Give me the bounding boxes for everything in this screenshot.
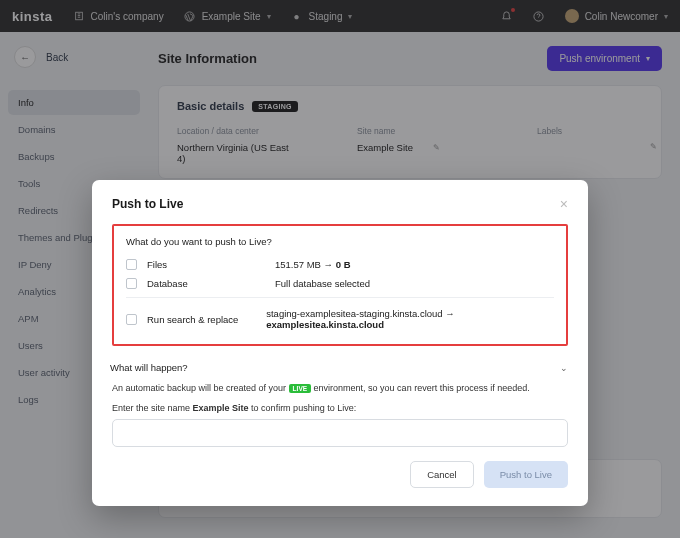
chevron-down-icon: ⌄ [560, 363, 568, 373]
option-sr-value: staging-examplesitea-staging.kinsta.clou… [266, 308, 554, 330]
confirm-instruction: Enter the site name Example Site to conf… [112, 403, 568, 413]
option-sr-label: Run search & replace [147, 314, 266, 325]
option-database-label: Database [147, 278, 275, 289]
close-icon[interactable]: × [560, 196, 568, 212]
modal-question: What do you want to push to Live? [126, 236, 554, 247]
highlight-box: What do you want to push to Live? Files … [112, 224, 568, 346]
checkbox-database[interactable] [126, 278, 137, 289]
option-database-row: Database Full database selected [126, 278, 554, 289]
cancel-button[interactable]: Cancel [410, 461, 474, 488]
backup-note: An automatic backup will be created of y… [112, 383, 568, 393]
push-to-live-button[interactable]: Push to Live [484, 461, 568, 488]
push-to-live-modal: Push to Live × What do you want to push … [92, 180, 588, 506]
modal-overlay: Push to Live × What do you want to push … [0, 0, 680, 538]
checkbox-files[interactable] [126, 259, 137, 270]
option-files-label: Files [147, 259, 275, 270]
what-will-happen-accordion[interactable]: What will happen? ⌄ [110, 358, 568, 383]
option-database-value: Full database selected [275, 278, 370, 289]
option-files-value: 151.57 MB → 0 B [275, 259, 351, 270]
modal-title: Push to Live [112, 197, 183, 211]
checkbox-search-replace[interactable] [126, 314, 137, 325]
confirm-site-name-input[interactable] [112, 419, 568, 447]
option-files-row: Files 151.57 MB → 0 B [126, 259, 554, 270]
option-search-replace-row: Run search & replace staging-examplesite… [126, 308, 554, 330]
live-badge: LIVE [289, 384, 311, 393]
